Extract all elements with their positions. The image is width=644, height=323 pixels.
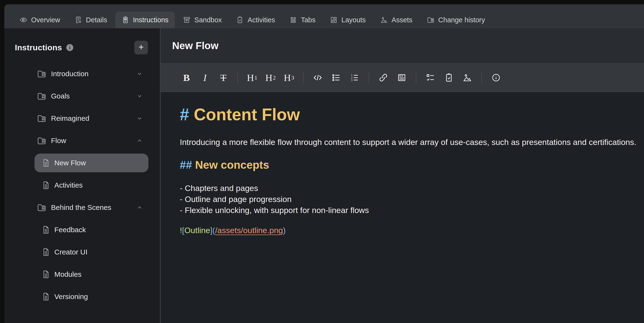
tree-folder-behind-the-scenes[interactable]: Behind the Scenes: [34, 198, 148, 217]
instructions-tree: Introduction Goals: [4, 65, 160, 309]
md-list-item: - Flexible unlocking, with support for n…: [180, 205, 634, 216]
app-window: Overview Details: [4, 4, 644, 323]
tree-page-versioning[interactable]: Versioning: [34, 287, 148, 306]
ordered-list-button[interactable]: 1 2 3: [349, 71, 360, 84]
tree-folder-introduction[interactable]: Introduction: [34, 65, 148, 83]
md-list-item: - Outline and page progression: [180, 194, 634, 205]
tree-page-new-flow[interactable]: New Flow: [34, 154, 148, 172]
strikethrough-glyph: T: [220, 73, 226, 83]
md-image-url[interactable]: /assets/outline.png: [215, 226, 283, 235]
tab-label: Layouts: [342, 16, 366, 24]
page-title: New Flow: [172, 40, 218, 52]
md-hash: ##: [180, 159, 192, 171]
tab-details[interactable]: Details: [68, 12, 114, 28]
md-paragraph: Introducing a more flexible flow through…: [180, 137, 634, 148]
page-icon: [42, 180, 50, 190]
heading3-sup: 3: [291, 75, 294, 81]
markdown-editor[interactable]: # Content Flow Introducing a more flexib…: [161, 92, 644, 323]
tree-item-label: Modules: [54, 270, 82, 278]
document-gear-icon: [74, 16, 82, 24]
code-button[interactable]: [312, 71, 323, 84]
folder-bookmark-icon: [36, 203, 47, 212]
italic-glyph: I: [203, 73, 206, 83]
tab-label: Sandbox: [194, 16, 222, 24]
toolbar-divider: [416, 72, 416, 83]
folder-bookmark-icon: [36, 91, 47, 101]
clipboard-check-button[interactable]: [444, 71, 454, 84]
tree-page-activities[interactable]: Activities: [34, 176, 148, 195]
toolbar-divider: [369, 72, 369, 83]
archive-box-icon: [183, 16, 190, 24]
tree-folder-flow[interactable]: Flow: [34, 131, 148, 150]
md-subheading-text: New concepts: [195, 159, 269, 171]
heading2-button[interactable]: H2: [265, 71, 276, 84]
info-icon[interactable]: i: [66, 44, 73, 51]
tree-folder-reimagined[interactable]: Reimagined: [34, 109, 148, 128]
folder-bookmark-icon: [36, 69, 47, 79]
info-button[interactable]: [491, 71, 501, 84]
bold-glyph: B: [183, 73, 190, 83]
chevron-up-icon[interactable]: [136, 138, 143, 144]
code-icon: [313, 73, 322, 82]
chevron-down-icon[interactable]: [136, 115, 143, 122]
sidebar-header: Instructions i +: [4, 28, 160, 54]
info-icon: [491, 73, 501, 82]
eye-icon: [20, 16, 27, 24]
svg-text:3: 3: [351, 79, 352, 82]
tab-activities[interactable]: Activities: [230, 12, 281, 28]
md-bracket-close: ]: [210, 226, 212, 235]
chevron-down-icon[interactable]: [136, 71, 143, 77]
heading3-button[interactable]: H3: [284, 71, 294, 84]
heading-glyph: H: [265, 73, 272, 83]
toolbar-divider: [303, 72, 304, 83]
md-bracket-open: [: [182, 226, 184, 235]
tab-label: Instructions: [133, 16, 168, 24]
bold-button[interactable]: B: [181, 71, 192, 84]
image-icon: [462, 73, 472, 82]
tab-assets[interactable]: Assets: [374, 12, 419, 28]
tab-tabs[interactable]: Tabs: [283, 12, 322, 28]
bullet-list-icon: [331, 73, 341, 82]
strikethrough-button[interactable]: T: [218, 71, 229, 84]
folder-bookmark-icon: [36, 114, 47, 123]
tree-item-label: Introduction: [51, 70, 88, 78]
page-icon: [42, 269, 50, 279]
page-icon: [42, 158, 50, 168]
tab-layouts[interactable]: Layouts: [324, 12, 372, 28]
link-button[interactable]: [378, 71, 388, 84]
tab-label: Activities: [248, 16, 275, 24]
toolbar-divider: [238, 72, 238, 83]
tree-item-label: Behind the Scenes: [51, 203, 111, 212]
tree-page-feedback[interactable]: Feedback: [34, 220, 148, 239]
tree-item-label: Reimagined: [51, 114, 89, 122]
chevron-down-icon[interactable]: [136, 93, 143, 99]
tab-instructions[interactable]: Instructions: [116, 12, 175, 28]
heading-glyph: H: [247, 73, 254, 83]
layout-grid-icon: [330, 16, 338, 24]
folder-bookmark-icon: [427, 16, 434, 24]
toolbar-divider: [482, 72, 482, 83]
chevron-up-icon[interactable]: [136, 204, 143, 211]
tab-overview[interactable]: Overview: [14, 12, 66, 28]
table-button[interactable]: [396, 71, 407, 84]
tab-sandbox[interactable]: Sandbox: [177, 12, 228, 28]
image-button[interactable]: [462, 71, 472, 84]
tree-page-modules[interactable]: Modules: [34, 265, 148, 284]
heading2-sup: 2: [273, 75, 276, 81]
page-icon: [42, 225, 50, 235]
tab-change-history[interactable]: Change history: [421, 12, 491, 28]
add-page-button[interactable]: +: [134, 41, 148, 54]
task-list-button[interactable]: [425, 71, 436, 84]
md-paren-close: ): [283, 226, 286, 235]
heading1-button[interactable]: H1: [247, 71, 257, 84]
folder-bookmark-icon: [36, 136, 47, 145]
md-image-alt: Outline: [184, 226, 210, 235]
tree-folder-goals[interactable]: Goals: [34, 87, 148, 105]
bullet-list-button[interactable]: [331, 71, 342, 84]
heading-glyph: H: [284, 73, 291, 83]
clipboard-check-icon: [444, 73, 454, 82]
tree-page-creator-ui[interactable]: Creator UI: [34, 243, 148, 261]
italic-button[interactable]: I: [200, 71, 210, 84]
clipboard-image-icon: [122, 16, 129, 24]
tree-item-label: Goals: [51, 92, 70, 100]
